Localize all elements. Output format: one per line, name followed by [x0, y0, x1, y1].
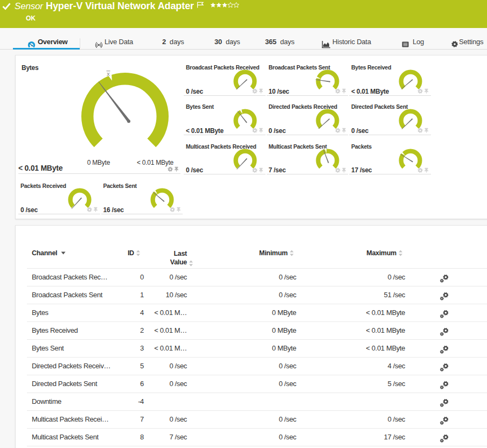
svg-text:x: x — [107, 71, 110, 77]
